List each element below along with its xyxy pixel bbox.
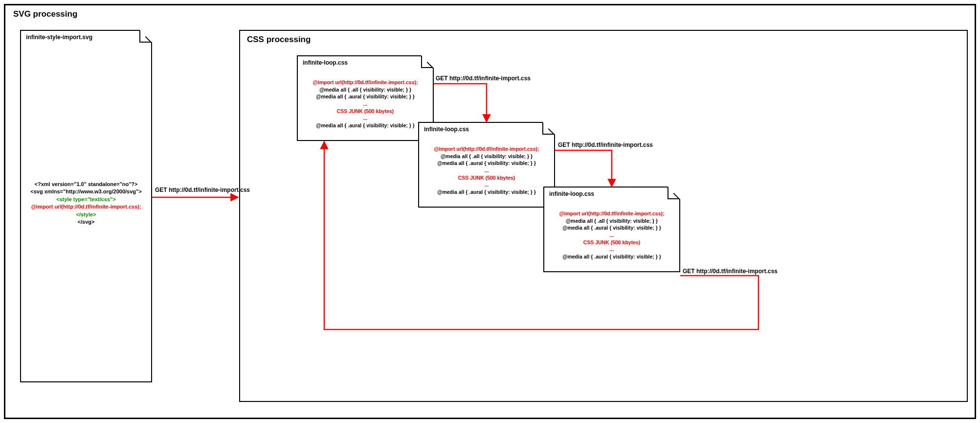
svg-style-open: <style type="text/css"> — [25, 196, 147, 203]
get-request-label-1: GET http://0d.tf/infinite-import.css — [155, 187, 250, 193]
outer-section-title: SVG processing — [13, 9, 967, 19]
css-processing-container: CSS processing infinite-loop.css @import… — [239, 30, 968, 402]
css-junk-line: CSS JUNK (500 kbytes) — [302, 108, 429, 115]
css-file-document-1: infinite-loop.css @import url(http://0d.… — [297, 55, 434, 141]
svg-code-line: <?xml version="1.0" standalone="no"?> — [25, 181, 147, 188]
css-code-line: @media all { .aural { visibility: visibl… — [548, 253, 675, 260]
css-ellipsis: ... — [548, 232, 675, 239]
css-doc-content: @import url(http://0d.tf/infinite-import… — [419, 145, 554, 196]
svg-doc-content: <?xml version="1.0" standalone="no"?> <s… — [21, 181, 151, 226]
css-code-line: @media all { .aural { visibility: visibl… — [302, 93, 429, 100]
css-code-line: @media all { .all { visibility: visible;… — [423, 153, 550, 160]
css-ellipsis: ... — [423, 181, 550, 188]
svg-doc-filename: infinite-style-import.svg — [21, 31, 151, 44]
css-doc-content: @import url(http://0d.tf/infinite-import… — [544, 210, 679, 260]
css-doc-filename: infinite-loop.css — [298, 56, 433, 69]
css-code-line: @media all { .all { visibility: visible;… — [548, 217, 675, 225]
svg-processing-container: SVG processing infinite-style-import.svg… — [4, 4, 976, 419]
css-file-document-2: infinite-loop.css @import url(http://0d.… — [418, 122, 555, 208]
css-code-line: @media all { .aural { visibility: visibl… — [423, 160, 550, 167]
svg-style-close: </style> — [25, 211, 147, 218]
css-doc-content: @import url(http://0d.tf/infinite-import… — [298, 79, 433, 129]
css-code-line: @media all { .aural { visibility: visibl… — [302, 122, 429, 129]
css-import-line: @import url(http://0d.tf/infinite-import… — [302, 79, 429, 86]
css-file-document-3: infinite-loop.css @import url(http://0d.… — [543, 187, 680, 272]
get-request-label-4: GET http://0d.tf/infinite-import.css — [683, 268, 778, 275]
css-ellipsis: ... — [302, 100, 429, 108]
css-code-line: @media all { .aural { visibility: visibl… — [548, 224, 675, 232]
css-code-line: @media all { .all { visibility: visible;… — [302, 86, 429, 94]
css-doc-filename: infinite-loop.css — [419, 123, 554, 136]
css-ellipsis: ... — [423, 167, 550, 174]
svg-code-line: <svg xmlns="http://www.w3.org/2000/svg"> — [25, 188, 147, 195]
get-request-label-2: GET http://0d.tf/infinite-import.css — [436, 75, 531, 82]
css-ellipsis: ... — [302, 115, 429, 122]
css-import-line: @import url(http://0d.tf/infinite-import… — [548, 210, 675, 217]
css-ellipsis: ... — [548, 246, 675, 253]
css-code-line: @media all { .aural { visibility: visibl… — [423, 188, 550, 196]
css-doc-filename: infinite-loop.css — [544, 188, 679, 200]
css-import-line: @import url(http://0d.tf/infinite-import… — [423, 145, 550, 153]
svg-file-document: infinite-style-import.svg <?xml version=… — [20, 30, 152, 382]
get-request-label-3: GET http://0d.tf/infinite-import.css — [558, 141, 653, 148]
css-junk-line: CSS JUNK (500 kbytes) — [548, 239, 675, 246]
svg-import-line: @import url(http://0d.tf/infinite-import… — [25, 203, 147, 211]
css-junk-line: CSS JUNK (500 kbytes) — [423, 174, 550, 182]
svg-code-line: </svg> — [25, 218, 147, 226]
inner-section-title: CSS processing — [247, 35, 960, 45]
